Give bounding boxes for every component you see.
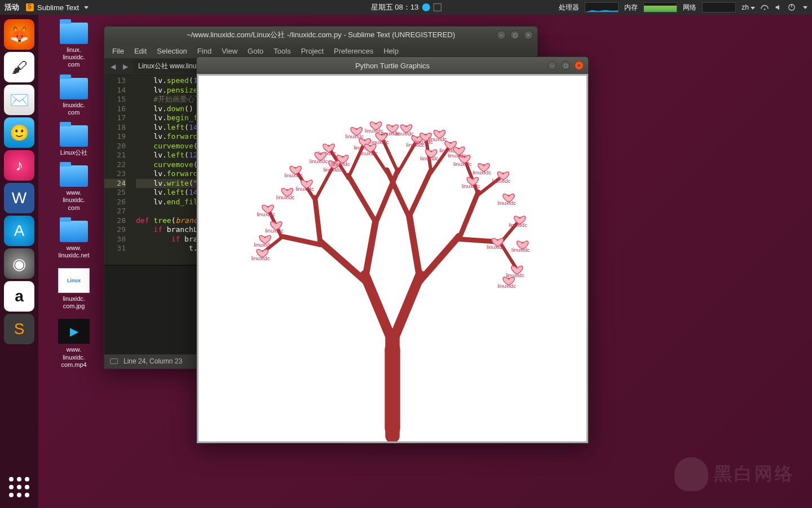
- dock: 🦊 🖌 ✉️ 🙂 ♪ W A ◉ a S: [0, 15, 38, 508]
- svg-point-0: [764, 8, 766, 10]
- network-icon[interactable]: [761, 3, 769, 11]
- svg-text:linuxidc: linuxidc: [473, 169, 491, 176]
- menu-tools[interactable]: Tools: [273, 47, 290, 55]
- input-method[interactable]: zh: [742, 3, 755, 11]
- dock-finder[interactable]: 🙂: [4, 117, 34, 148]
- desktop-icon[interactable]: www. linuxidc. com: [48, 165, 99, 212]
- desktop-icon-label: linux. linuxidc. com: [48, 46, 99, 69]
- tab-nav-back[interactable]: ◀: [108, 63, 118, 71]
- menu-file[interactable]: File: [112, 47, 124, 55]
- svg-text:linuxidc: linuxidc: [365, 128, 383, 134]
- watermark: 黑白网络: [674, 457, 795, 491]
- dock-amazon[interactable]: a: [4, 281, 34, 312]
- desktop-icon[interactable]: Linuxlinuxidc. com.jpg: [48, 268, 99, 310]
- panel-switcher-icon[interactable]: [110, 358, 118, 364]
- watermark-text: 黑白网络: [714, 462, 795, 487]
- desktop-icon-label: www. linuxidc. com: [48, 189, 99, 212]
- system-menu-chevron-icon[interactable]: [803, 6, 807, 9]
- turtle-maximize-button[interactable]: ◻: [561, 61, 570, 70]
- line-number: 26: [104, 198, 126, 207]
- turtle-close-button[interactable]: ×: [575, 61, 584, 70]
- menu-find[interactable]: Find: [197, 47, 211, 55]
- line-number: 19: [104, 132, 126, 142]
- svg-text:linuxidc: linuxidc: [276, 194, 295, 200]
- app-menu-label: Sublime Text: [37, 3, 79, 12]
- line-number: 14: [104, 86, 126, 95]
- line-number: 24: [104, 179, 126, 189]
- menu-project[interactable]: Project: [301, 47, 324, 55]
- maximize-button[interactable]: ◻: [510, 30, 519, 40]
- show-applications-button[interactable]: [4, 472, 34, 502]
- dock-paint[interactable]: 🖌: [4, 52, 34, 82]
- folder-icon: [60, 23, 88, 44]
- net-label: 网络: [683, 3, 696, 12]
- desktop-icon[interactable]: www. linuxidc.net: [48, 221, 99, 259]
- desktop-icon-label: www. linuxidc.net: [48, 244, 99, 259]
- menu-preferences[interactable]: Preferences: [334, 47, 373, 55]
- svg-text:linuxidc: linuxidc: [310, 158, 328, 164]
- turtle-titlebar[interactable]: Python Turtle Graphics – ◻ ×: [197, 57, 588, 74]
- desktop-icon[interactable]: linuxidc. com: [48, 78, 99, 116]
- svg-text:linuxidc: linuxidc: [346, 133, 364, 139]
- line-number: 27: [104, 207, 126, 216]
- sublime-title: ~/www.linuxidc.com/Linux公社 -/linuxidc.co…: [187, 30, 455, 40]
- mem-label: 内存: [624, 3, 638, 12]
- video-icon: ▶: [58, 319, 90, 344]
- menu-help[interactable]: Help: [383, 47, 399, 55]
- svg-text:linuxidc: linuxidc: [257, 211, 275, 217]
- sublime-titlebar[interactable]: ~/www.linuxidc.com/Linux公社 -/linuxidc.co…: [104, 27, 537, 43]
- menu-edit[interactable]: Edit: [134, 47, 147, 55]
- line-number: 18: [104, 123, 126, 133]
- tab-nav-forward[interactable]: ▶: [120, 63, 130, 71]
- svg-text:linuxidc: linuxidc: [429, 136, 447, 142]
- minimize-button[interactable]: –: [497, 30, 506, 40]
- menu-view[interactable]: View: [222, 47, 237, 55]
- power-icon[interactable]: [788, 3, 796, 11]
- clock-label: 星期五 08：13: [371, 2, 419, 12]
- turtle-canvas-frame: linuxidclinuxidclinuxidclinuxidclinuxidc…: [197, 74, 588, 443]
- svg-text:linuxidc: linuxidc: [295, 186, 314, 192]
- dock-firefox[interactable]: 🦊: [4, 19, 34, 50]
- line-number: 30: [104, 235, 126, 244]
- svg-text:linuxidc: linuxidc: [359, 150, 378, 156]
- svg-text:linuxidc: linuxidc: [498, 200, 517, 206]
- desktop-icon[interactable]: linux. linuxidc. com: [48, 23, 99, 69]
- svg-text:linuxidc: linuxidc: [251, 255, 270, 261]
- menu-selection[interactable]: Selection: [157, 47, 187, 55]
- desktop-icon[interactable]: Linux公社: [48, 125, 99, 156]
- desktop-icon-label: linuxidc. com: [48, 102, 99, 116]
- volume-icon[interactable]: [774, 3, 782, 11]
- svg-text:linuxidc: linuxidc: [506, 272, 524, 278]
- menu-goto[interactable]: Goto: [248, 47, 263, 55]
- net-graph[interactable]: [702, 2, 736, 12]
- close-button[interactable]: ×: [524, 30, 533, 40]
- turtle-title: Python Turtle Graphics: [355, 62, 430, 70]
- line-number: 29: [104, 225, 126, 235]
- svg-text:linuxidc: linuxidc: [498, 283, 517, 289]
- svg-text:linuxidc: linuxidc: [453, 161, 472, 167]
- cpu-graph[interactable]: [585, 2, 619, 12]
- dock-appstore[interactable]: A: [4, 216, 34, 246]
- svg-text:linuxidc: linuxidc: [509, 222, 527, 228]
- line-number: 25: [104, 188, 126, 198]
- dock-word[interactable]: W: [4, 183, 34, 213]
- clock[interactable]: 星期五 08：13: [371, 2, 442, 12]
- tree-drawing: linuxidclinuxidclinuxidclinuxidclinuxidc…: [198, 76, 586, 441]
- desktop-icons: linux. linuxidc. comlinuxidc. comLinux公社…: [48, 23, 99, 369]
- line-number: 21: [104, 151, 126, 160]
- mem-graph[interactable]: [643, 2, 677, 12]
- cpu-label: 处理器: [559, 3, 579, 12]
- weather-icon: [422, 3, 430, 11]
- svg-text:linuxidc: linuxidc: [462, 183, 480, 190]
- app-menu[interactable]: Sublime Text: [26, 3, 89, 12]
- cursor-position: Line 24, Column 23: [123, 357, 182, 365]
- svg-text:linuxidc: linuxidc: [323, 167, 342, 173]
- activities-button[interactable]: 活动: [5, 2, 19, 12]
- line-number: 22: [104, 160, 126, 170]
- dock-settings[interactable]: ◉: [4, 248, 34, 279]
- desktop-icon[interactable]: ▶www. linuxidc. com.mp4: [48, 319, 99, 369]
- turtle-minimize-button[interactable]: –: [548, 61, 557, 70]
- dock-mail[interactable]: ✉️: [4, 85, 34, 115]
- dock-music[interactable]: ♪: [4, 150, 34, 181]
- dock-sublime[interactable]: S: [4, 314, 34, 344]
